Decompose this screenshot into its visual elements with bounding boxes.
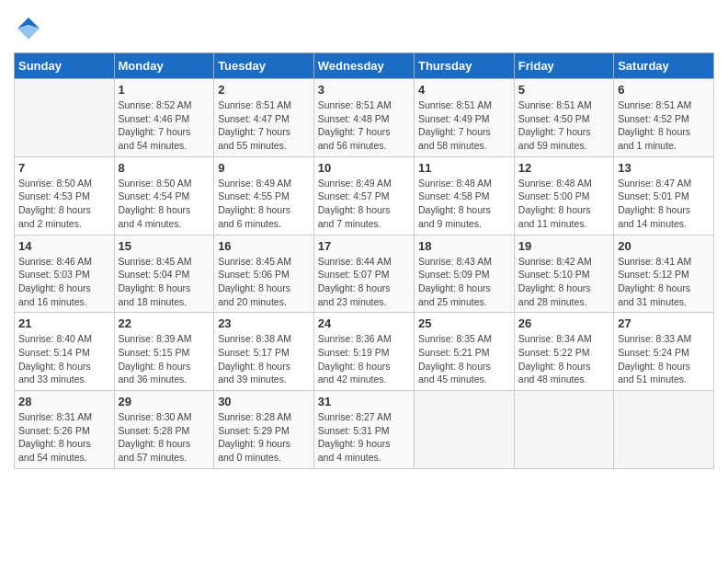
calendar-cell: 14Sunrise: 8:46 AMSunset: 5:03 PMDayligh…: [15, 235, 115, 313]
calendar-table: SundayMondayTuesdayWednesdayThursdayFrid…: [14, 52, 714, 469]
day-number: 12: [518, 161, 609, 175]
day-info: Sunrise: 8:51 AMSunset: 4:48 PMDaylight:…: [318, 98, 410, 153]
day-info: Sunrise: 8:52 AMSunset: 4:46 PMDaylight:…: [119, 98, 210, 153]
day-info: Sunrise: 8:30 AMSunset: 5:28 PMDaylight:…: [119, 410, 210, 465]
day-info: Sunrise: 8:48 AMSunset: 5:00 PMDaylight:…: [518, 177, 609, 231]
calendar-cell: 13Sunrise: 8:47 AMSunset: 5:01 PMDayligh…: [614, 156, 714, 235]
day-info: Sunrise: 8:31 AMSunset: 5:26 PMDaylight:…: [18, 410, 110, 465]
calendar-cell: 28Sunrise: 8:31 AMSunset: 5:26 PMDayligh…: [15, 391, 115, 469]
day-number: 24: [318, 316, 410, 330]
day-number: 3: [318, 83, 410, 97]
day-number: 14: [18, 239, 110, 253]
day-info: Sunrise: 8:50 AMSunset: 4:53 PMDaylight:…: [18, 177, 110, 231]
day-info: Sunrise: 8:44 AMSunset: 5:07 PMDaylight:…: [318, 255, 410, 309]
header-day: Tuesday: [214, 53, 314, 79]
day-number: 7: [18, 161, 110, 175]
day-number: 23: [218, 316, 310, 330]
calendar-body: 1Sunrise: 8:52 AMSunset: 4:46 PMDaylight…: [15, 79, 714, 469]
day-number: 5: [518, 83, 609, 97]
calendar-cell: 20Sunrise: 8:41 AMSunset: 5:12 PMDayligh…: [614, 235, 714, 313]
calendar-cell: 11Sunrise: 8:48 AMSunset: 4:58 PMDayligh…: [414, 156, 514, 235]
header-day: Wednesday: [313, 53, 414, 79]
day-info: Sunrise: 8:33 AMSunset: 5:24 PMDaylight:…: [618, 332, 710, 386]
calendar-cell: 10Sunrise: 8:49 AMSunset: 4:57 PMDayligh…: [313, 156, 414, 235]
day-number: 9: [218, 161, 310, 175]
day-number: 22: [119, 316, 210, 330]
header-day: Thursday: [414, 53, 514, 79]
calendar-cell: 22Sunrise: 8:39 AMSunset: 5:15 PMDayligh…: [114, 313, 214, 391]
calendar-week-row: 1Sunrise: 8:52 AMSunset: 4:46 PMDaylight…: [15, 79, 714, 157]
calendar-cell: [514, 391, 613, 469]
calendar-header: SundayMondayTuesdayWednesdayThursdayFrid…: [15, 53, 714, 79]
day-number: 28: [18, 395, 110, 408]
day-info: Sunrise: 8:51 AMSunset: 4:52 PMDaylight:…: [618, 98, 710, 153]
calendar-cell: [414, 391, 514, 469]
day-number: 16: [218, 239, 310, 253]
day-number: 13: [618, 161, 710, 175]
day-number: 27: [618, 316, 710, 330]
day-info: Sunrise: 8:40 AMSunset: 5:14 PMDaylight:…: [18, 332, 110, 386]
day-number: 6: [618, 83, 710, 97]
day-info: Sunrise: 8:47 AMSunset: 5:01 PMDaylight:…: [618, 177, 710, 231]
day-info: Sunrise: 8:43 AMSunset: 5:09 PMDaylight:…: [418, 255, 510, 309]
calendar-cell: 17Sunrise: 8:44 AMSunset: 5:07 PMDayligh…: [313, 235, 414, 313]
day-number: 10: [318, 161, 410, 175]
day-number: 11: [418, 161, 510, 175]
day-number: 26: [518, 316, 609, 330]
day-info: Sunrise: 8:27 AMSunset: 5:31 PMDaylight:…: [318, 410, 410, 465]
calendar-cell: 18Sunrise: 8:43 AMSunset: 5:09 PMDayligh…: [414, 235, 514, 313]
day-number: 18: [418, 239, 510, 253]
calendar-cell: [15, 79, 115, 157]
calendar-cell: 29Sunrise: 8:30 AMSunset: 5:28 PMDayligh…: [114, 391, 214, 469]
calendar-cell: 6Sunrise: 8:51 AMSunset: 4:52 PMDaylight…: [614, 79, 714, 157]
day-number: 19: [518, 239, 609, 253]
calendar-week-row: 7Sunrise: 8:50 AMSunset: 4:53 PMDaylight…: [15, 156, 714, 235]
day-number: 8: [119, 161, 210, 175]
calendar-cell: [614, 391, 714, 469]
day-number: 30: [218, 395, 310, 408]
day-number: 29: [119, 395, 210, 408]
day-info: Sunrise: 8:41 AMSunset: 5:12 PMDaylight:…: [618, 255, 710, 309]
calendar-week-row: 14Sunrise: 8:46 AMSunset: 5:03 PMDayligh…: [15, 235, 714, 313]
day-info: Sunrise: 8:49 AMSunset: 4:57 PMDaylight:…: [318, 177, 410, 231]
day-info: Sunrise: 8:28 AMSunset: 5:29 PMDaylight:…: [218, 410, 310, 465]
logo: [14, 14, 47, 43]
header-day: Saturday: [614, 53, 714, 79]
calendar-cell: 9Sunrise: 8:49 AMSunset: 4:55 PMDaylight…: [214, 156, 314, 235]
calendar-cell: 16Sunrise: 8:45 AMSunset: 5:06 PMDayligh…: [214, 235, 314, 313]
day-number: 21: [18, 316, 110, 330]
calendar-cell: 7Sunrise: 8:50 AMSunset: 4:53 PMDaylight…: [15, 156, 115, 235]
calendar-cell: 5Sunrise: 8:51 AMSunset: 4:50 PMDaylight…: [514, 79, 613, 157]
calendar-cell: 12Sunrise: 8:48 AMSunset: 5:00 PMDayligh…: [514, 156, 613, 235]
calendar-cell: 24Sunrise: 8:36 AMSunset: 5:19 PMDayligh…: [313, 313, 414, 391]
day-info: Sunrise: 8:51 AMSunset: 4:49 PMDaylight:…: [418, 98, 510, 153]
header-day: Sunday: [15, 53, 115, 79]
calendar-cell: 26Sunrise: 8:34 AMSunset: 5:22 PMDayligh…: [514, 313, 613, 391]
calendar-cell: 23Sunrise: 8:38 AMSunset: 5:17 PMDayligh…: [214, 313, 314, 391]
day-info: Sunrise: 8:48 AMSunset: 4:58 PMDaylight:…: [418, 177, 510, 231]
day-number: 25: [418, 316, 510, 330]
calendar-cell: 21Sunrise: 8:40 AMSunset: 5:14 PMDayligh…: [15, 313, 115, 391]
day-info: Sunrise: 8:51 AMSunset: 4:50 PMDaylight:…: [518, 98, 609, 153]
calendar-cell: 31Sunrise: 8:27 AMSunset: 5:31 PMDayligh…: [313, 391, 414, 469]
header-row: SundayMondayTuesdayWednesdayThursdayFrid…: [15, 53, 714, 79]
day-number: 15: [119, 239, 210, 253]
day-info: Sunrise: 8:34 AMSunset: 5:22 PMDaylight:…: [518, 332, 609, 386]
day-info: Sunrise: 8:46 AMSunset: 5:03 PMDaylight:…: [18, 255, 110, 309]
day-info: Sunrise: 8:45 AMSunset: 5:06 PMDaylight:…: [218, 255, 310, 309]
calendar-cell: 8Sunrise: 8:50 AMSunset: 4:54 PMDaylight…: [114, 156, 214, 235]
calendar-cell: 2Sunrise: 8:51 AMSunset: 4:47 PMDaylight…: [214, 79, 314, 157]
calendar-cell: 1Sunrise: 8:52 AMSunset: 4:46 PMDaylight…: [114, 79, 214, 157]
calendar-week-row: 28Sunrise: 8:31 AMSunset: 5:26 PMDayligh…: [15, 391, 714, 469]
calendar-cell: 3Sunrise: 8:51 AMSunset: 4:48 PMDaylight…: [313, 79, 414, 157]
header-day: Friday: [514, 53, 613, 79]
day-number: 2: [218, 83, 310, 97]
calendar-cell: 19Sunrise: 8:42 AMSunset: 5:10 PMDayligh…: [514, 235, 613, 313]
day-info: Sunrise: 8:38 AMSunset: 5:17 PMDaylight:…: [218, 332, 310, 386]
day-number: 4: [418, 83, 510, 97]
day-number: 1: [119, 83, 210, 97]
day-number: 31: [318, 395, 410, 408]
day-info: Sunrise: 8:39 AMSunset: 5:15 PMDaylight:…: [119, 332, 210, 386]
day-number: 17: [318, 239, 410, 253]
day-info: Sunrise: 8:36 AMSunset: 5:19 PMDaylight:…: [318, 332, 410, 386]
